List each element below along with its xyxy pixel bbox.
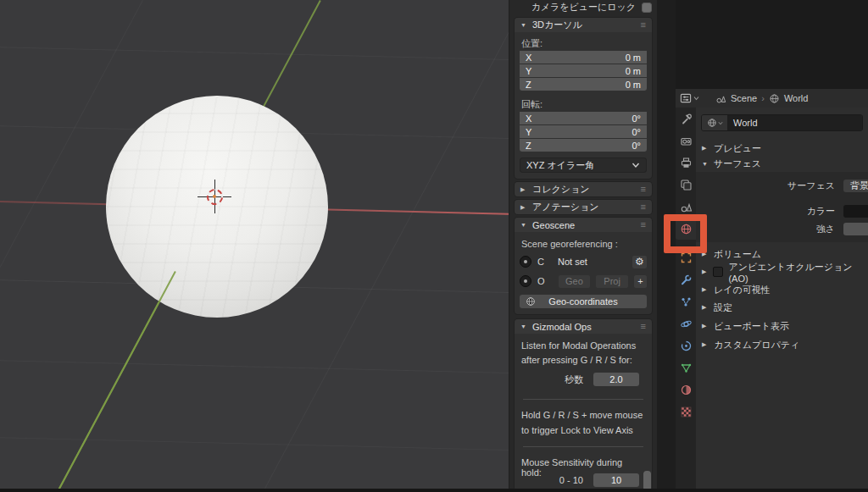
origin-radio[interactable] xyxy=(520,275,531,287)
section-custom-properties[interactable]: ▶ カスタムプロパティ xyxy=(696,338,868,351)
axis-label: X xyxy=(526,113,531,124)
cursor-location-y-field[interactable]: Y 0 m xyxy=(520,64,647,77)
tab-object-data[interactable] xyxy=(676,357,696,379)
panel-collection: ▶ コレクション ≡ xyxy=(515,182,652,196)
panel-annotation-header[interactable]: ▶ アノテーション ≡ xyxy=(515,200,652,214)
cursor-location-x-field[interactable]: X 0 m xyxy=(520,51,647,64)
sensitivity-label: Mouse Sensitivity during hold: xyxy=(521,457,645,468)
grid-line xyxy=(0,437,509,451)
texture-checker-icon xyxy=(680,406,693,418)
chevron-down-icon xyxy=(693,96,699,101)
panel-geoscene: ▼ Geoscene ≡ Scene georeferencing : C No… xyxy=(515,218,652,314)
cursor-rotation-x-field[interactable]: X 0° xyxy=(520,112,647,124)
geo-coordinates-label: Geo-coordinates xyxy=(548,296,617,307)
tab-material[interactable] xyxy=(676,379,696,401)
editor-type-button[interactable] xyxy=(680,92,699,104)
tab-particles[interactable] xyxy=(676,290,696,312)
geo-coordinates-button[interactable]: Geo-coordinates xyxy=(520,295,647,308)
panel-3d-cursor-header[interactable]: ▼ 3Dカーソル ≡ xyxy=(515,18,652,32)
lock-camera-checkbox[interactable] xyxy=(642,3,652,13)
mesh-data-icon xyxy=(680,362,693,374)
window-bottom-edge xyxy=(0,489,868,492)
printer-icon xyxy=(680,157,693,169)
wrench-icon xyxy=(680,274,693,286)
breadcrumb-scene-label: Scene xyxy=(731,93,757,103)
gear-icon: ⚙ xyxy=(635,256,644,268)
panel-geoscene-header[interactable]: ▼ Geoscene ≡ xyxy=(515,218,652,232)
surface-type-dropdown[interactable]: 背景 xyxy=(843,180,868,192)
georeferencing-caption: Scene georeferencing : xyxy=(521,239,645,250)
tab-view-layer[interactable] xyxy=(676,174,696,196)
panel-title: 3Dカーソル xyxy=(532,19,582,31)
cursor-location-z-field[interactable]: Z 0 m xyxy=(520,78,647,91)
breadcrumb-scene[interactable]: Scene xyxy=(715,93,757,104)
cursor-rotation-y-field[interactable]: Y 0° xyxy=(520,125,647,138)
strength-row: 強さ xyxy=(696,222,868,235)
datablock-name-field[interactable]: World xyxy=(727,115,862,130)
section-settings[interactable]: ▶ 設定 xyxy=(696,301,868,314)
tab-texture[interactable] xyxy=(676,401,696,423)
world-icon xyxy=(769,93,780,104)
images-icon xyxy=(680,179,693,191)
section-preview[interactable]: ▶ プレビュー xyxy=(696,141,868,155)
crs-row-label: C xyxy=(537,257,544,267)
proj-button[interactable]: Proj xyxy=(596,275,628,288)
crs-settings-button[interactable]: ⚙ xyxy=(632,256,647,268)
collapse-arrow-icon: ▶ xyxy=(702,286,709,293)
section-label: ボリューム xyxy=(714,248,761,261)
chevron-down-icon xyxy=(632,162,640,169)
crs-radio[interactable] xyxy=(520,256,531,268)
tab-render[interactable] xyxy=(676,130,696,152)
datablock-browse-button[interactable] xyxy=(702,115,727,130)
section-ray-visibility[interactable]: ▶ レイの可視性 xyxy=(696,283,868,296)
section-label: 設定 xyxy=(714,301,732,314)
tab-constraints[interactable] xyxy=(676,334,696,357)
cursor-rotation-z-field[interactable]: Z 0° xyxy=(520,139,647,152)
seconds-field[interactable]: 2.0 xyxy=(593,373,639,386)
tool-icon xyxy=(680,113,693,125)
tab-physics[interactable] xyxy=(676,312,696,334)
axis-label: X xyxy=(526,53,531,63)
axis-value: 0 m xyxy=(626,80,641,90)
section-label: カスタムプロパティ xyxy=(714,339,799,351)
physics-orbit-icon xyxy=(680,318,693,330)
lock-camera-label: カメラをビューにロック xyxy=(531,1,636,14)
section-ambient-occlusion[interactable]: ▶ アンビエントオクルージョン(AO) xyxy=(696,265,868,279)
collapse-arrow-icon: ▶ xyxy=(702,268,708,275)
sensitivity-field[interactable]: 10 xyxy=(593,473,639,487)
panel-gizmodal-header[interactable]: ▼ Gizmodal Ops ≡ xyxy=(515,319,652,334)
properties-editor-icon xyxy=(680,92,692,104)
add-georef-button[interactable]: + xyxy=(634,275,647,288)
annotation-highlight-box xyxy=(664,214,707,253)
properties-tab-column xyxy=(676,108,696,489)
collapse-arrow-icon: ▶ xyxy=(702,145,709,152)
section-volume[interactable]: ▶ ボリューム xyxy=(696,247,868,261)
tab-tool[interactable] xyxy=(676,108,696,130)
axis-value: 0° xyxy=(632,113,641,124)
section-label: サーフェス xyxy=(714,158,761,170)
tab-modifiers[interactable] xyxy=(676,268,696,290)
strength-label: 強さ xyxy=(696,223,835,235)
ao-checkbox[interactable] xyxy=(713,267,723,277)
collapse-arrow-icon: ▼ xyxy=(520,323,527,329)
panel-collection-header[interactable]: ▶ コレクション ≡ xyxy=(515,182,652,196)
3d-viewport[interactable] xyxy=(0,0,509,492)
seconds-row: 秒数 2.0 xyxy=(520,373,647,386)
grid-line xyxy=(0,360,509,373)
collapse-arrow-icon: ▶ xyxy=(702,304,709,311)
color-swatch[interactable] xyxy=(843,205,868,218)
breadcrumb-world[interactable]: World xyxy=(769,93,809,104)
world-datablock-selector[interactable]: World xyxy=(701,114,863,131)
rotation-mode-dropdown[interactable]: XYZ オイラー角 xyxy=(520,158,647,173)
lock-camera-row[interactable]: カメラをビューにロック xyxy=(515,2,652,13)
tab-output[interactable] xyxy=(676,152,696,174)
section-viewport-display[interactable]: ▶ ビューポート表示 xyxy=(696,319,868,333)
section-surface[interactable]: ▼ サーフェス xyxy=(696,157,868,170)
axis-label: Y xyxy=(526,127,531,137)
geo-button[interactable]: Geo xyxy=(559,275,591,288)
scene-icon xyxy=(680,201,693,213)
properties-header: Scene › World xyxy=(676,89,868,108)
axis-label: Z xyxy=(526,80,531,90)
strength-field[interactable] xyxy=(843,223,868,235)
collapse-arrow-icon: ▶ xyxy=(702,323,709,329)
